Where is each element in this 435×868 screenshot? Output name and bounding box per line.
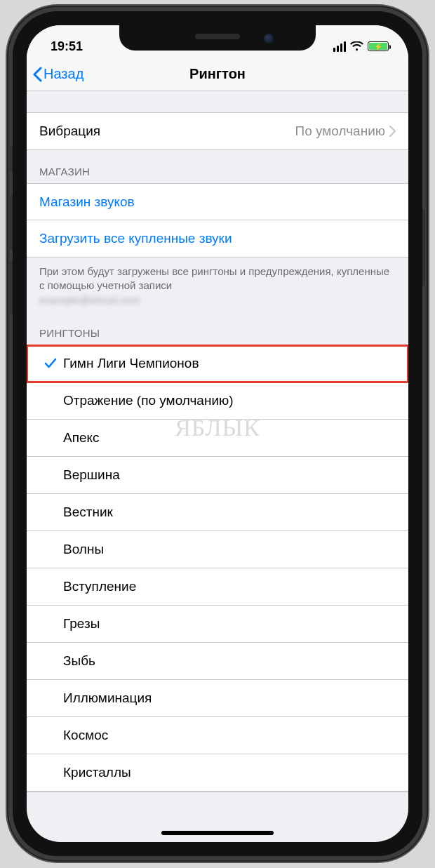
chevron-left-icon [32, 67, 42, 82]
device-notch [119, 25, 316, 51]
ringtone-label: Вступление [63, 579, 396, 594]
ringtone-row[interactable]: Волны [27, 531, 408, 568]
wifi-icon [350, 41, 363, 51]
vibration-label: Вибрация [39, 123, 295, 139]
store-footer-text: При этом будут загружены все рингтоны и … [39, 265, 389, 291]
ringtone-row[interactable]: Зыбь [27, 643, 408, 680]
ringtone-row[interactable]: Кристаллы [27, 754, 408, 792]
ringtones-section-header: РИНГТОНЫ [27, 312, 408, 345]
back-button[interactable]: Назад [32, 66, 83, 82]
ringtone-row[interactable]: Вступление [27, 568, 408, 606]
ringtone-label: Апекс [63, 430, 396, 446]
download-all-label: Загрузить все купленные звуки [39, 231, 232, 246]
ringtone-row[interactable]: Гимн Лиги Чемпионов [27, 345, 408, 382]
ringtone-label: Вершина [63, 467, 396, 483]
ringtone-row[interactable]: Грезы [27, 606, 408, 643]
ringtone-row[interactable]: Апекс [27, 420, 408, 457]
cellular-signal-icon [333, 41, 346, 52]
ringtone-label: Гимн Лиги Чемпионов [63, 356, 396, 371]
page-title: Рингтон [27, 66, 408, 82]
sound-store-label: Магазин звуков [39, 194, 135, 210]
store-footer: При этом будут загружены все рингтоны и … [27, 258, 408, 312]
ringtone-label: Отражение (по умолчанию) [63, 393, 396, 408]
navigation-bar: Назад Рингтон [27, 58, 408, 91]
sound-store-link[interactable]: Магазин звуков [27, 184, 408, 220]
ringtone-label: Волны [63, 542, 396, 557]
vibration-value: По умолчанию [295, 123, 386, 139]
store-footer-account: example@icloud.com [39, 293, 140, 307]
ringtone-row[interactable]: Иллюминация [27, 680, 408, 717]
ringtone-label: Вестник [63, 505, 396, 520]
ringtone-label: Грезы [63, 616, 396, 632]
ringtone-row[interactable]: Космос [27, 717, 408, 754]
ringtone-label: Зыбь [63, 653, 396, 669]
ringtone-list: Гимн Лиги ЧемпионовОтражение (по умолчан… [27, 345, 408, 792]
ringtone-row[interactable]: Отражение (по умолчанию) [27, 382, 408, 420]
ringtone-label: Космос [63, 728, 396, 743]
home-indicator[interactable] [161, 831, 274, 835]
checkmark-icon [38, 358, 63, 369]
store-section-header: МАГАЗИН [27, 150, 408, 183]
chevron-right-icon [389, 126, 396, 137]
ringtone-label: Кристаллы [63, 765, 396, 780]
ringtone-label: Иллюминация [63, 690, 396, 706]
status-time: 19:51 [51, 39, 83, 54]
download-all-link[interactable]: Загрузить все купленные звуки [27, 220, 408, 257]
ringtone-row[interactable]: Вершина [27, 457, 408, 494]
ringtone-row[interactable]: Вестник [27, 494, 408, 531]
battery-charging-icon: ⚡ [368, 41, 389, 51]
back-label: Назад [44, 66, 83, 82]
content-scroll[interactable]: Вибрация По умолчанию МАГАЗИН Магазин зв… [27, 91, 408, 842]
vibration-row[interactable]: Вибрация По умолчанию [27, 113, 408, 149]
